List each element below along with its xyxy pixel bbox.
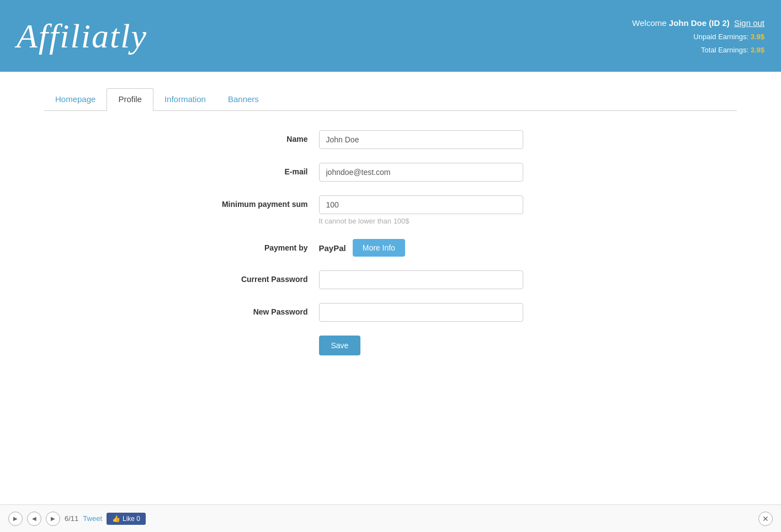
like-label: Like 0 <box>123 515 140 523</box>
page-count: 6/11 <box>65 514 78 523</box>
tab-banners[interactable]: Banners <box>217 89 270 110</box>
name-field <box>319 130 584 149</box>
payment-by-field: PayPal More Info <box>319 239 584 257</box>
payment-by-label: Payment by <box>198 239 319 252</box>
current-password-input[interactable] <box>319 270 523 289</box>
next-button[interactable]: ▶ <box>46 512 60 526</box>
name-row: Name <box>198 130 584 149</box>
new-password-label: New Password <box>198 303 319 316</box>
new-password-row: New Password <box>198 303 584 322</box>
welcome-text: Welcome John Doe (ID 2) Sign out <box>632 15 764 30</box>
main-content: Homepage Profile Information Banners Nam… <box>0 72 781 504</box>
welcome-label: Welcome <box>632 18 666 28</box>
new-password-field <box>319 303 584 322</box>
logo: Affiliatly <box>17 17 147 56</box>
save-row: Save <box>198 336 584 355</box>
tab-homepage[interactable]: Homepage <box>44 89 107 110</box>
name-input[interactable] <box>319 130 523 149</box>
close-button[interactable]: ✕ <box>758 512 773 526</box>
min-payment-input[interactable] <box>319 195 523 214</box>
more-info-button[interactable]: More Info <box>353 239 405 257</box>
email-row: E-mail <box>198 163 584 182</box>
current-password-row: Current Password <box>198 270 584 289</box>
unpaid-value: 3.9$ <box>751 33 764 41</box>
save-button[interactable]: Save <box>319 336 361 355</box>
min-payment-field: It cannot be lower than 100$ <box>319 195 584 225</box>
total-value: 3.9$ <box>751 46 764 54</box>
tab-information[interactable]: Information <box>153 89 217 110</box>
user-name: John Doe (ID 2) <box>669 18 730 28</box>
email-label: E-mail <box>198 163 319 176</box>
bottom-left: ▶ ◀ ▶ 6/11 Tweet 👍 Like 0 <box>8 512 146 526</box>
thumbs-up-icon: 👍 <box>112 515 120 523</box>
bottom-bar: ▶ ◀ ▶ 6/11 Tweet 👍 Like 0 ✕ <box>0 504 781 532</box>
payment-method-row: PayPal More Info <box>319 239 584 257</box>
unpaid-label: Unpaid Earnings: <box>693 33 748 41</box>
tabs-nav: Homepage Profile Information Banners <box>44 88 737 111</box>
profile-form: Name E-mail Minimum payment sum It canno… <box>198 130 584 355</box>
like-button[interactable]: 👍 Like 0 <box>107 513 146 525</box>
header-right: Welcome John Doe (ID 2) Sign out Unpaid … <box>632 15 764 56</box>
play-button[interactable]: ▶ <box>8 512 23 526</box>
signout-link[interactable]: Sign out <box>734 18 764 28</box>
min-payment-label: Minimum payment sum <box>198 195 319 209</box>
total-label: Total Earnings: <box>701 46 748 54</box>
tab-profile[interactable]: Profile <box>107 88 153 111</box>
page-current: 6 <box>65 514 68 523</box>
current-password-field <box>319 270 584 289</box>
page-total: 11 <box>71 514 78 523</box>
unpaid-earnings: Unpaid Earnings: 3.9$ <box>632 30 764 43</box>
header: Affiliatly Welcome John Doe (ID 2) Sign … <box>0 0 781 72</box>
payment-method: PayPal <box>319 243 346 253</box>
tweet-button[interactable]: Tweet <box>83 514 102 523</box>
email-input[interactable] <box>319 163 523 182</box>
min-payment-hint: It cannot be lower than 100$ <box>319 217 584 225</box>
name-label: Name <box>198 130 319 143</box>
min-payment-row: Minimum payment sum It cannot be lower t… <box>198 195 584 225</box>
total-earnings: Total Earnings: 3.9$ <box>632 44 764 56</box>
payment-by-row: Payment by PayPal More Info <box>198 239 584 257</box>
current-password-label: Current Password <box>198 270 319 284</box>
prev-button[interactable]: ◀ <box>27 512 41 526</box>
email-field <box>319 163 584 182</box>
new-password-input[interactable] <box>319 303 523 322</box>
